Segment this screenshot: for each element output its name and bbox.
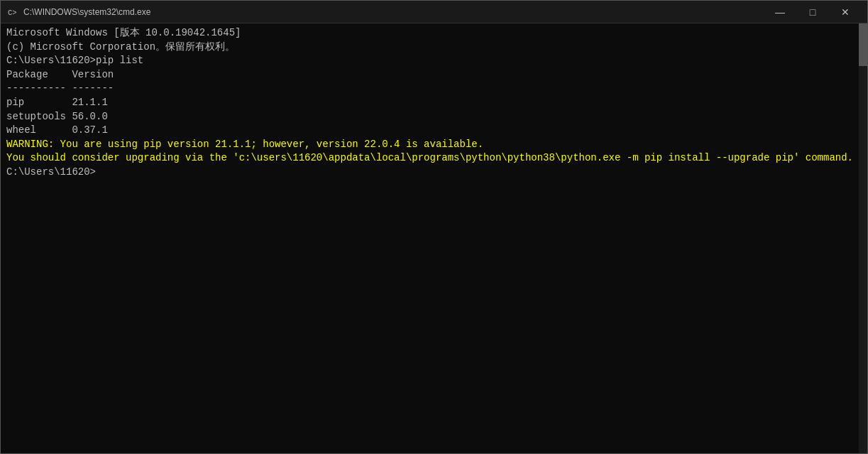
terminal-line: C:\Users\11620>pip list — [6, 54, 862, 68]
terminal-line: WARNING: You are using pip version 21.1.… — [6, 138, 862, 152]
terminal-line: (c) Microsoft Corporation。保留所有权利。 — [6, 40, 862, 55]
terminal-line: pip 21.1.1 — [6, 96, 862, 110]
titlebar: C> C:\WINDOWS\system32\cmd.exe — □ ✕ — [1, 1, 867, 23]
terminal-content: Microsoft Windows [版本 10.0.19042.1645](c… — [6, 26, 862, 180]
terminal-line: ---------- ------- — [6, 82, 862, 96]
terminal-body[interactable]: Microsoft Windows [版本 10.0.19042.1645](c… — [1, 23, 867, 453]
scrollbar-thumb[interactable] — [859, 23, 867, 66]
terminal-line: C:\Users\11620> — [6, 166, 862, 180]
svg-text:C>: C> — [8, 9, 17, 17]
cmd-icon: C> — [6, 6, 18, 18]
window-title: C:\WINDOWS\system32\cmd.exe — [23, 7, 764, 17]
terminal-line: Microsoft Windows [版本 10.0.19042.1645] — [6, 26, 862, 40]
close-button[interactable]: ✕ — [829, 1, 862, 23]
minimize-button[interactable]: — — [764, 1, 796, 23]
terminal-line: You should consider upgrading via the 'c… — [6, 151, 862, 166]
terminal-line: Package Version — [6, 68, 862, 82]
titlebar-controls: — □ ✕ — [764, 1, 862, 23]
cmd-window: C> C:\WINDOWS\system32\cmd.exe — □ ✕ Mic… — [0, 0, 868, 454]
terminal-line: setuptools 56.0.0 — [6, 110, 862, 124]
scrollbar[interactable] — [859, 23, 867, 453]
terminal-line: wheel 0.37.1 — [6, 124, 862, 138]
maximize-button[interactable]: □ — [796, 1, 829, 23]
